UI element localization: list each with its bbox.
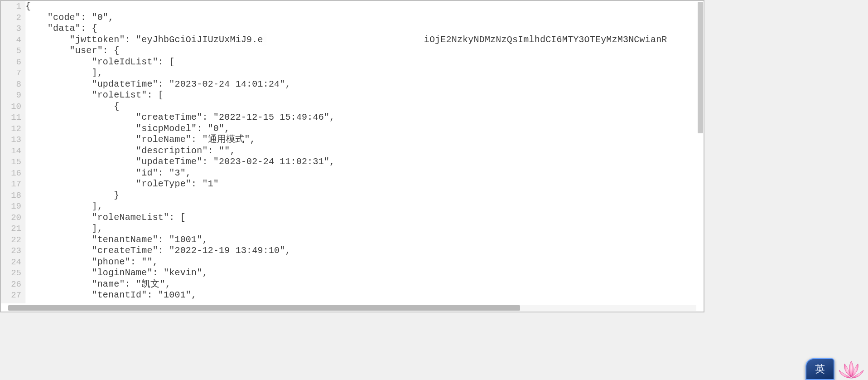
line-number: 8 [1, 79, 21, 90]
ime-language-label: 英 [815, 362, 825, 376]
lotus-icon[interactable] [835, 359, 867, 380]
horizontal-scrollbar[interactable] [8, 305, 696, 311]
line-number: 22 [1, 234, 21, 246]
line-number: 7 [1, 68, 21, 79]
line-number: 21 [1, 223, 21, 234]
code-line: { [25, 101, 704, 112]
line-number: 3 [1, 23, 21, 34]
line-number: 10 [1, 101, 21, 112]
vertical-scrollbar-thumb[interactable] [698, 2, 703, 133]
line-number: 6 [1, 57, 21, 68]
code-line: "roleList": [ [25, 90, 704, 101]
code-line: ], [25, 201, 704, 212]
line-number: 4 [1, 34, 21, 46]
code-line: "roleName": "通用模式", [25, 134, 704, 146]
code-line: ], [25, 223, 704, 234]
code-area: 1234567891011121314151617181920212223242… [1, 1, 704, 303]
code-line: "data": { [25, 23, 704, 34]
code-line: "updateTime": "2023-02-24 14:01:24", [25, 79, 704, 90]
line-number: 20 [1, 212, 21, 224]
line-number-gutter: 1234567891011121314151617181920212223242… [1, 1, 25, 303]
code-line: "roleType": "1" [25, 179, 704, 190]
line-number: 18 [1, 190, 21, 201]
line-number: 24 [1, 257, 21, 268]
code-line: ], [25, 68, 704, 79]
code-line: "description": "", [25, 146, 704, 157]
code-line: "sicpModel": "0", [25, 123, 704, 135]
code-line: "createTime": "2022-12-15 15:49:46", [25, 112, 704, 123]
ime-widget[interactable]: 英 [805, 357, 868, 380]
code-line: "user": { [25, 45, 704, 57]
line-number: 16 [1, 168, 21, 179]
line-number: 14 [1, 146, 21, 157]
line-number: 26 [1, 279, 21, 290]
line-number: 23 [1, 245, 21, 257]
line-number: 19 [1, 201, 21, 212]
code-line: "tenantId": "1001", [25, 290, 704, 301]
vertical-scrollbar[interactable] [698, 2, 703, 295]
code-line: "code": "0", [25, 12, 704, 24]
code-line: "updateTime": "2023-02-24 11:02:31", [25, 156, 704, 168]
line-number: 13 [1, 134, 21, 146]
line-number: 15 [1, 156, 21, 168]
line-number: 2 [1, 12, 21, 24]
line-number: 5 [1, 45, 21, 57]
line-number: 25 [1, 268, 21, 279]
code-content[interactable]: { "code": "0", "data": { "jwttoken": "ey… [25, 1, 704, 303]
code-line: { [25, 1, 704, 12]
json-viewer-panel: 1234567891011121314151617181920212223242… [0, 0, 704, 312]
ime-language-badge[interactable]: 英 [805, 358, 834, 380]
line-number: 9 [1, 90, 21, 101]
code-line: "id": "3", [25, 168, 704, 179]
code-line: "roleIdList": [ [25, 57, 704, 68]
horizontal-scrollbar-thumb[interactable] [8, 305, 520, 311]
line-number: 17 [1, 179, 21, 190]
line-number: 12 [1, 123, 21, 135]
line-number: 1 [1, 1, 21, 12]
redacted-segment [264, 35, 423, 44]
code-line: "jwttoken": "eyJhbGciOiJIUzUxMiJ9.eiOjE2… [25, 34, 704, 46]
code-line: "phone": "", [25, 257, 704, 268]
code-line: "createTime": "2022-12-19 13:49:10", [25, 245, 704, 257]
code-line: "name": "凯文", [25, 279, 704, 290]
code-line: "loginName": "kevin", [25, 268, 704, 279]
line-number: 11 [1, 112, 21, 123]
line-number: 27 [1, 290, 21, 301]
code-line: "tenantName": "1001", [25, 234, 704, 246]
code-line: "roleNameList": [ [25, 212, 704, 224]
code-line: } [25, 190, 704, 201]
